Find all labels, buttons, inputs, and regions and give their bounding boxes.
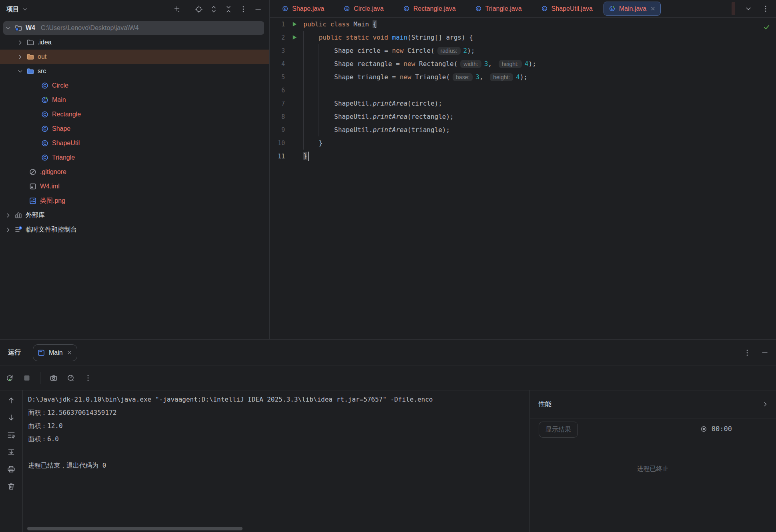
class-icon: C — [609, 5, 616, 12]
code-text[interactable]: ShapeUtil.printArea(triangle); — [303, 126, 450, 134]
tree-item-w4[interactable]: W4C:\Users\Lenovo\Desktop\java\W4 — [0, 21, 269, 35]
down-icon[interactable] — [7, 413, 16, 422]
tabbar-more-icon[interactable] — [762, 5, 770, 13]
tree-item-label: Shape — [52, 125, 70, 132]
code-text[interactable]: } — [303, 152, 309, 161]
chevron-down-icon[interactable] — [17, 68, 24, 75]
inspections-ok-icon[interactable] — [763, 23, 770, 31]
class-icon: C — [41, 82, 49, 90]
horizontal-scrollbar[interactable] — [27, 527, 243, 530]
tab-label: Shape.java — [292, 5, 324, 12]
tree-item-.idea[interactable]: .idea — [0, 35, 269, 50]
hide-icon[interactable] — [254, 5, 262, 13]
scroll-to-end-icon[interactable] — [7, 448, 16, 456]
run-tab-main[interactable]: Main — [33, 344, 77, 361]
tree-item-.gitignore[interactable]: .gitignore — [0, 165, 269, 179]
screenshot-icon[interactable] — [50, 374, 58, 382]
tree-item-rectangle[interactable]: CRectangle — [0, 107, 269, 122]
run-panel-more-icon[interactable] — [743, 349, 751, 357]
performance-panel: 性能 显示结果 00:00 进程已终止 — [529, 390, 776, 532]
tree-item-w4.iml[interactable]: W4.iml — [0, 179, 269, 194]
print-icon[interactable] — [7, 465, 16, 474]
tree-item-label: Circle — [52, 82, 68, 89]
svg-text:C: C — [543, 7, 545, 11]
tree-item-.png[interactable]: 类图.png — [0, 194, 269, 208]
tree-item-label: .gitignore — [40, 168, 66, 176]
expand-all-icon[interactable] — [210, 5, 218, 13]
project-view-selector[interactable]: 项目 — [6, 5, 28, 14]
console-output[interactable]: D:\Java\jdk-21.0.10\bin\java.exe "-javaa… — [28, 393, 529, 532]
tab-shapeutil-java[interactable]: CShapeUtil.java — [533, 0, 604, 17]
code-line-10: 10 } — [270, 136, 776, 150]
tree-item-item-14[interactable]: 临时文件和控制台 — [0, 222, 269, 237]
tree-item-triangle[interactable]: CTriangle — [0, 150, 269, 165]
tab-triangle-java[interactable]: CTriangle.java — [467, 0, 533, 17]
code-line-5: 5 Shape triangle = new Triangle(base:3, … — [270, 70, 776, 84]
chevron-right-icon[interactable] — [17, 54, 24, 60]
chevron-right-icon[interactable] — [5, 212, 12, 219]
run-line-icon[interactable] — [285, 34, 303, 41]
svg-text:C: C — [43, 84, 46, 88]
chevron-down-icon — [22, 6, 28, 12]
tree-item-src[interactable]: src — [0, 64, 269, 78]
run-panel-hide-icon[interactable] — [761, 349, 769, 357]
svg-text:C: C — [43, 141, 46, 146]
tab-circle-java[interactable]: CCircle.java — [335, 0, 395, 17]
add-icon[interactable] — [173, 5, 181, 13]
close-icon[interactable] — [66, 350, 72, 356]
tab-list-chevron-icon[interactable] — [744, 5, 752, 13]
tree-item-shape[interactable]: CShape — [0, 122, 269, 136]
code-line-6: 6 — [270, 84, 776, 97]
code-line-3: 3 Shape circle = new Circle(radius:2); — [270, 44, 776, 57]
tree-item-item-13[interactable]: 外部库 — [0, 208, 269, 222]
more-icon[interactable] — [239, 5, 247, 13]
show-results-button[interactable]: 显示结果 — [539, 422, 578, 438]
code-text[interactable]: public class Main { — [303, 20, 377, 28]
project-panel-title: 项目 — [6, 5, 19, 14]
close-icon[interactable] — [650, 6, 656, 12]
console-line — [28, 446, 529, 459]
chevron-right-icon[interactable] — [762, 401, 769, 408]
tree-item-label: ShapeUtil — [52, 140, 80, 147]
line-number: 5 — [270, 74, 285, 81]
tree-item-circle[interactable]: CCircle — [0, 78, 269, 93]
more-icon[interactable] — [84, 374, 92, 382]
tree-item-main[interactable]: CMain — [0, 93, 269, 107]
tab-main-java[interactable]: CMain.java — [604, 2, 661, 16]
stop-icon[interactable] — [23, 374, 31, 382]
editor-tabs: CShape.javaCCircle.javaCRectangle.javaCT… — [273, 0, 661, 17]
code-text[interactable]: ShapeUtil.printArea(circle); — [303, 100, 442, 107]
run-toolbar — [0, 366, 776, 390]
code-text[interactable]: } — [303, 139, 323, 147]
tree-item-shapeutil[interactable]: CShapeUtil — [0, 136, 269, 150]
up-icon[interactable] — [7, 396, 16, 405]
tree-item-out[interactable]: out — [0, 50, 269, 64]
tab-shape-java[interactable]: CShape.java — [273, 0, 335, 17]
project-toolbar: 项目 — [0, 0, 269, 18]
svg-text:C: C — [43, 112, 46, 117]
code-text[interactable]: ShapeUtil.printArea(rectangle); — [303, 113, 454, 120]
tree-item-label: W4 — [26, 24, 35, 32]
soft-wrap-icon[interactable] — [7, 430, 16, 439]
profiler-icon[interactable] — [67, 374, 75, 382]
locate-icon[interactable] — [195, 5, 203, 13]
chevron-down-icon[interactable] — [5, 25, 12, 32]
svg-text:C: C — [345, 7, 348, 11]
chevron-right-icon[interactable] — [17, 39, 24, 46]
collapse-all-icon[interactable] — [225, 5, 233, 13]
code-text[interactable]: Shape triangle = new Triangle(base:3, he… — [303, 73, 527, 81]
timer-value: 00:00 — [712, 425, 732, 433]
code-text[interactable]: Shape rectangle = new Rectangle(width:3,… — [303, 60, 536, 68]
clear-icon[interactable] — [7, 482, 16, 491]
code-text[interactable]: Shape circle = new Circle(radius:2); — [303, 47, 475, 54]
tab-rectangle-java[interactable]: CRectangle.java — [395, 0, 467, 17]
rerun-icon[interactable] — [6, 374, 14, 382]
class-icon: C — [541, 5, 548, 12]
code-text[interactable]: public static void main(String[] args) { — [303, 34, 473, 41]
tree-item-label: 外部库 — [26, 211, 45, 220]
clipped-tab[interactable] — [732, 2, 735, 15]
chevron-right-icon[interactable] — [5, 226, 12, 233]
run-line-icon[interactable] — [285, 21, 303, 28]
library-icon — [14, 211, 22, 219]
code-editor[interactable]: 1public class Main {2 public static void… — [270, 18, 776, 339]
